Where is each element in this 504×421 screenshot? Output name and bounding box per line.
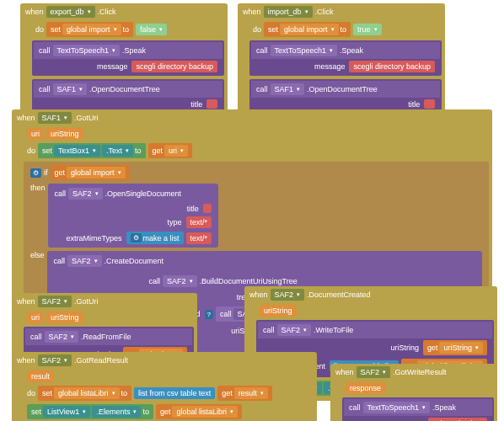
comp-tts: TextToSpeech1 [271, 45, 338, 56]
when-saf2-gotreadresult[interactable]: when SAF2 .GotReadResult result do set g… [12, 352, 317, 421]
arg-title: title [185, 205, 201, 213]
when-saf2-gotwriteresult[interactable]: when SAF2 .GotWriteResult response call … [330, 364, 497, 421]
set-block[interactable]: set global import to [46, 22, 133, 37]
param-uri: uri [27, 312, 44, 323]
event-goturi: .GotUri [74, 114, 99, 122]
comp-saf2: SAF2 [277, 324, 312, 336]
if-label: if [44, 168, 48, 177]
param-uristring: uriString [46, 128, 83, 140]
arg-type: type [166, 218, 184, 226]
empty-text[interactable] [203, 204, 212, 213]
component-export-db[interactable]: export_db [46, 6, 95, 18]
event-gotreadresult: .GotReadResult [74, 356, 128, 365]
component-saf2[interactable]: SAF2 [38, 296, 72, 307]
call-saf2-opensingle[interactable]: call SAF2 .OpenSingleDocument title type… [48, 184, 219, 248]
set-listview-elements[interactable]: set ListView1 .Elements to [27, 404, 153, 419]
get-result[interactable]: getresult [217, 386, 272, 401]
do-label: do [27, 147, 35, 155]
get-uristring[interactable]: geturiString [423, 340, 487, 355]
comp-saf1: SAF1 [53, 83, 88, 95]
comp-saf2: SAF2 [67, 255, 102, 267]
set-listalibri[interactable]: set global listaLibri to [38, 386, 131, 401]
q-icon[interactable]: ? [205, 310, 213, 319]
arg-title: title [189, 100, 204, 109]
when-label: when [335, 368, 354, 376]
call-tts-speak[interactable]: call TextToSpeech1 .Speak message scegli… [249, 40, 442, 76]
comp-tts: TextToSpeech1 [363, 402, 431, 413]
arg-title: title [406, 100, 421, 109]
get-global-import[interactable]: get global import [51, 165, 130, 180]
event-goturi: .GotUri [74, 297, 99, 306]
when-label: when [249, 290, 268, 299]
comp-saf2: SAF2 [68, 188, 103, 200]
text-scegli[interactable]: scegli directory backup [131, 61, 217, 72]
do-label: do [35, 25, 44, 34]
get-uri[interactable]: get uri [148, 143, 193, 158]
text-mime-item[interactable]: text/* [186, 232, 212, 244]
event-click: .Click [98, 8, 116, 16]
component-saf2[interactable]: SAF2 [357, 366, 391, 378]
comp-saf1: SAF1 [271, 83, 305, 95]
value-false[interactable]: false [136, 24, 167, 35]
component-saf2[interactable]: SAF2 [271, 289, 305, 301]
text-salvato[interactable]: salvato backup [428, 418, 487, 421]
comp-tts: TextToSpeech1 [53, 45, 121, 56]
event-doccreated: .DocumentCreated [307, 290, 371, 299]
param-result: result [27, 370, 54, 382]
call-tts-speak[interactable]: call TextToSpeech1 .Speak message scegli… [32, 40, 224, 76]
set-textbox-text[interactable]: set TextBox1 .Text to [38, 143, 146, 158]
empty-text[interactable] [424, 99, 435, 109]
empty-text[interactable] [206, 99, 217, 109]
set-block[interactable]: set global import to [264, 22, 351, 37]
param-uri: uri [27, 128, 44, 140]
arg-uristring: uriString [389, 344, 421, 352]
arg-message: message [95, 62, 130, 71]
else-label: else [30, 251, 45, 259]
list-from-csv[interactable]: list from csv table text [134, 387, 215, 399]
call-tts-speak[interactable]: call TextToSpeech1 .Speak message salvat… [342, 397, 494, 421]
when-label: when [17, 114, 35, 122]
component-saf1[interactable]: SAF1 [38, 112, 72, 124]
component-import-db[interactable]: import_db [264, 6, 313, 18]
gear-icon[interactable]: ⚙ [30, 168, 41, 178]
text-mime[interactable]: text/* [186, 216, 212, 228]
when-label: when [243, 8, 261, 16]
var-global-import: global import [280, 24, 339, 35]
then-label: then [30, 184, 46, 192]
var-global-import: global import [62, 24, 121, 35]
event-gotwriteresult: .GotWriteResult [393, 368, 446, 376]
component-saf2[interactable]: SAF2 [38, 354, 72, 366]
arg-extramime: extraMimeTypes [65, 234, 124, 242]
param-uristring: uriString [46, 312, 83, 323]
comp-saf2: SAF2 [45, 331, 79, 343]
text-scegli[interactable]: scegli directory backup [349, 61, 435, 72]
value-true[interactable]: true [353, 24, 382, 35]
when-label: when [17, 356, 35, 365]
param-response: response [346, 382, 385, 394]
event-click: .Click [315, 8, 334, 16]
when-label: when [25, 8, 44, 16]
arg-message: message [313, 62, 347, 71]
make-a-list[interactable]: ⚙make a list [126, 232, 184, 244]
param-uristring: uriString [260, 305, 297, 317]
get-listalibri[interactable]: getglobal listaLibri [156, 404, 242, 419]
do-label: do [253, 25, 261, 34]
when-label: when [17, 297, 35, 306]
